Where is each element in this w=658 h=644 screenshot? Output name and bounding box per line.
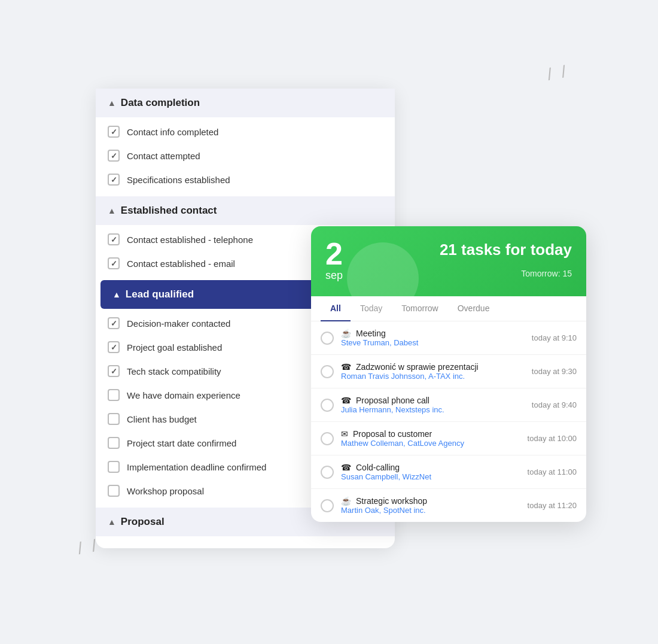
- item-label: Contact established - telephone: [127, 235, 253, 245]
- task-content: ☕ Meeting Steve Truman, Dabest: [341, 329, 525, 347]
- task-circle[interactable]: [321, 365, 334, 378]
- item-label: Specifications established: [127, 175, 230, 185]
- item-label: Contact established - email: [127, 259, 235, 269]
- section-header-data-completion[interactable]: ▲ Data completion: [96, 89, 395, 117]
- task-time: today at 11:20: [528, 501, 577, 510]
- tab-all[interactable]: All: [321, 296, 351, 321]
- task-content: ☎ Zadzwonić w sprawie prezentacji Roman …: [341, 362, 525, 381]
- task-title: ☎ Cold-calling: [341, 463, 520, 472]
- task-time: today at 9:40: [532, 400, 577, 409]
- section-header-established-contact[interactable]: ▲ Established contact: [96, 196, 395, 225]
- checkbox[interactable]: [108, 150, 120, 162]
- task-title: ☎ Proposal phone call: [341, 396, 525, 405]
- task-circle[interactable]: [321, 466, 334, 479]
- task-time: today at 11:00: [528, 467, 577, 476]
- chevron-icon: ▲: [108, 98, 116, 108]
- task-person[interactable]: Susan Campbell, WizzNet: [341, 472, 520, 481]
- section-label: Data completion: [121, 97, 200, 109]
- item-label: Client has budget: [127, 414, 197, 424]
- task-person[interactable]: Martin Oak, SpotNet inc.: [341, 506, 520, 515]
- tasks-month: sep: [325, 269, 343, 282]
- tasks-date: 2 sep: [325, 238, 343, 282]
- checkbox[interactable]: [108, 461, 120, 473]
- item-label: Decision-maker contacted: [127, 318, 230, 329]
- task-person[interactable]: Julia Hermann, Nextsteps inc.: [341, 405, 525, 414]
- task-content: ✉ Proposal to customer Mathew Colleman, …: [341, 429, 520, 448]
- task-circle[interactable]: [321, 432, 334, 445]
- checkbox[interactable]: [108, 233, 120, 245]
- table-row[interactable]: ✉ Proposal to customer Mathew Colleman, …: [311, 422, 586, 455]
- task-content: ☕ Strategic workshop Martin Oak, SpotNet…: [341, 496, 520, 515]
- task-content: ☎ Proposal phone call Julia Hermann, Nex…: [341, 396, 525, 414]
- table-row[interactable]: ☎ Zadzwonić w sprawie prezentacji Roman …: [311, 355, 586, 388]
- checkbox[interactable]: [108, 126, 120, 138]
- section-label: Lead qualified: [126, 288, 194, 300]
- checkbox[interactable]: [108, 389, 120, 401]
- scene: / / ▲ Data completion Contact info compl…: [72, 53, 586, 591]
- task-circle[interactable]: [321, 399, 334, 412]
- chevron-icon: ▲: [108, 517, 116, 527]
- item-label: We have domain experience: [127, 390, 240, 400]
- task-name: Proposal to customer: [353, 429, 432, 439]
- item-label: Contact attempted: [127, 151, 200, 161]
- tasks-count: 21 tasks for today: [357, 241, 572, 259]
- tasks-day: 2: [325, 238, 343, 269]
- chevron-icon: ▲: [108, 206, 116, 215]
- checkbox[interactable]: [108, 174, 120, 186]
- checkbox[interactable]: [108, 365, 120, 377]
- task-name: Zadzwonić w sprawie prezentacji: [356, 362, 479, 372]
- table-row[interactable]: ☕ Strategic workshop Martin Oak, SpotNet…: [311, 489, 586, 522]
- tasks-card: 2 sep 21 tasks for today Tomorrow: 15 Al…: [311, 226, 586, 522]
- decoration-slash-top: / /: [546, 63, 569, 83]
- item-label: Contact info completed: [127, 127, 218, 137]
- tasks-tabs: All Today Tomorrow Overdue: [311, 296, 586, 321]
- task-time: today at 9:10: [532, 333, 577, 342]
- meeting-icon: ☕: [341, 329, 351, 338]
- item-label: Workshop proposal: [127, 486, 204, 496]
- task-name: Cold-calling: [356, 463, 400, 472]
- list-item[interactable]: Specifications established: [96, 168, 395, 192]
- email-icon: ✉: [341, 429, 348, 439]
- meeting-icon: ☕: [341, 496, 351, 506]
- checkbox[interactable]: [108, 341, 120, 353]
- table-row[interactable]: ☎ Cold-calling Susan Campbell, WizzNet t…: [311, 455, 586, 489]
- task-time: today at 10:00: [528, 434, 577, 443]
- checkbox[interactable]: [108, 257, 120, 269]
- item-label: Implementation deadline confirmed: [127, 462, 266, 472]
- task-title: ☕ Strategic workshop: [341, 496, 520, 506]
- section-label: Proposal: [121, 516, 164, 528]
- task-person[interactable]: Roman Travis Johnsson, A-TAX inc.: [341, 372, 525, 381]
- checkbox[interactable]: [108, 317, 120, 329]
- task-circle[interactable]: [321, 499, 334, 512]
- task-title: ☕ Meeting: [341, 329, 525, 338]
- table-row[interactable]: ☎ Proposal phone call Julia Hermann, Nex…: [311, 388, 586, 422]
- phone-icon: ☎: [341, 396, 351, 405]
- list-item[interactable]: Contact info completed: [96, 120, 395, 144]
- tasks-tomorrow: Tomorrow: 15: [357, 269, 572, 278]
- task-title: ✉ Proposal to customer: [341, 429, 520, 439]
- task-title: ☎ Zadzwonić w sprawie prezentacji: [341, 362, 525, 372]
- tab-overdue[interactable]: Overdue: [448, 296, 499, 321]
- task-circle[interactable]: [321, 332, 334, 345]
- tasks-header: 2 sep 21 tasks for today Tomorrow: 15: [311, 226, 586, 296]
- chevron-icon: ▲: [112, 290, 121, 299]
- table-row[interactable]: ☕ Meeting Steve Truman, Dabest today at …: [311, 321, 586, 355]
- checkbox[interactable]: [108, 437, 120, 449]
- task-content: ☎ Cold-calling Susan Campbell, WizzNet: [341, 463, 520, 481]
- item-label: Project goal established: [127, 342, 222, 353]
- task-name: Strategic workshop: [356, 496, 427, 506]
- tasks-info: 21 tasks for today Tomorrow: 15: [357, 238, 572, 278]
- task-name: Proposal phone call: [356, 396, 429, 405]
- task-person[interactable]: Mathew Colleman, CatLove Agency: [341, 439, 520, 448]
- item-label: Tech stack compatibility: [127, 366, 221, 376]
- checkbox[interactable]: [108, 413, 120, 425]
- checkbox[interactable]: [108, 485, 120, 497]
- item-label: Project start date confirmed: [127, 438, 236, 448]
- tasks-list: ☕ Meeting Steve Truman, Dabest today at …: [311, 321, 586, 522]
- phone-icon: ☎: [341, 463, 351, 472]
- task-person[interactable]: Steve Truman, Dabest: [341, 338, 525, 347]
- phone-icon: ☎: [341, 362, 351, 372]
- section-label: Established contact: [121, 205, 217, 217]
- task-time: today at 9:30: [532, 367, 577, 376]
- list-item[interactable]: Contact attempted: [96, 144, 395, 168]
